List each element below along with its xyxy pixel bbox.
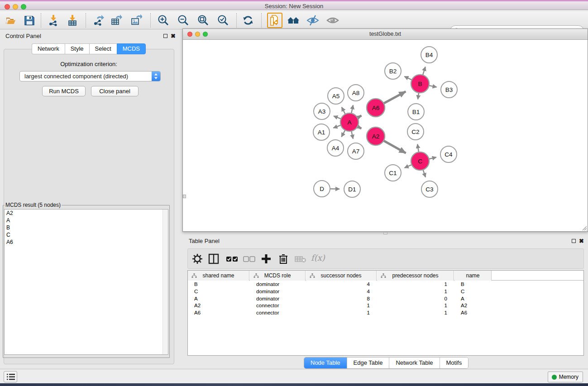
result-item[interactable]: B [5, 224, 168, 231]
refresh-layout-icon[interactable] [242, 14, 254, 26]
graph-node-A8[interactable]: A8 [348, 85, 364, 101]
tab-node-table[interactable]: Node Table [304, 357, 347, 368]
column-header-successor-nodes[interactable]: successor nodes [306, 271, 377, 281]
import-network-icon[interactable] [48, 14, 59, 26]
table-cell[interactable]: A [454, 295, 492, 303]
save-session-icon[interactable] [24, 14, 35, 26]
table-cell[interactable]: dominator [250, 288, 306, 295]
graph-node-A6[interactable]: A6 [367, 99, 385, 117]
column-header-MCDS-role[interactable]: MCDS role [250, 271, 306, 281]
unselect-all-columns-icon[interactable] [243, 253, 254, 265]
run-mcds-button[interactable]: Run MCDS [42, 86, 86, 96]
show-graphics-detail-icon[interactable] [326, 14, 338, 26]
show-columns-icon[interactable] [208, 253, 220, 265]
tab-edge-table[interactable]: Edge Table [347, 357, 390, 368]
table-cell[interactable]: 1 [377, 288, 454, 295]
function-builder-icon[interactable]: f(x) [311, 253, 325, 262]
result-item[interactable]: C [5, 231, 168, 238]
network-canvas[interactable]: B4B2BB3A8A5A6A3B1AA1C2A2A4A7C4CC1DD1C3 [183, 40, 588, 231]
table-row[interactable]: Cdominator41C [188, 288, 583, 295]
graph-node-C[interactable]: C [411, 152, 429, 170]
table-cell[interactable]: B [188, 281, 249, 288]
graph-node-B1[interactable]: B1 [408, 104, 424, 120]
zoom-selected-icon[interactable] [217, 14, 229, 26]
graph-node-C1[interactable]: C1 [385, 165, 401, 181]
table-row[interactable]: A6connector11A6 [188, 310, 583, 317]
table-cell[interactable]: 4 [306, 288, 377, 295]
optimization-criterion-dropdown[interactable]: largest connected component (directed) [19, 71, 161, 81]
table-cell[interactable]: 1 [306, 310, 377, 317]
zoom-in-icon[interactable] [158, 14, 169, 26]
tab-style[interactable]: Style [65, 43, 89, 54]
graph-node-D1[interactable]: D1 [344, 181, 360, 197]
float-panel-icon[interactable] [572, 239, 576, 243]
tab-network[interactable]: Network [32, 43, 65, 54]
graph-node-B4[interactable]: B4 [421, 47, 437, 63]
float-panel-icon[interactable] [163, 34, 167, 38]
table-cell[interactable]: A2 [454, 302, 492, 310]
table-row[interactable]: A2connector11A2 [188, 302, 583, 310]
column-header-name[interactable]: name [454, 271, 492, 281]
task-history-button[interactable] [4, 371, 17, 382]
zoom-fit-icon[interactable] [197, 14, 209, 26]
graph-node-A[interactable]: A [340, 113, 359, 131]
graph-node-A5[interactable]: A5 [328, 88, 344, 104]
tab-motifs[interactable]: Motifs [440, 357, 468, 368]
column-header-predecessor-nodes[interactable]: predecessor nodes [377, 271, 454, 281]
result-item[interactable]: A6 [5, 238, 168, 246]
table-cell[interactable]: 4 [306, 281, 377, 288]
graph-node-A2[interactable]: A2 [367, 127, 385, 145]
export-network-icon[interactable] [93, 14, 105, 26]
column-header-shared-name[interactable]: shared name [188, 271, 249, 281]
table-cell[interactable]: 8 [306, 295, 377, 303]
table-cell[interactable]: C [454, 288, 492, 295]
table-cell[interactable]: connector [250, 302, 306, 310]
table-cell[interactable]: A6 [188, 310, 249, 317]
close-panel-icon[interactable]: ✖ [171, 33, 176, 39]
table-row[interactable]: Bdominator41B [188, 281, 583, 288]
add-column-icon[interactable] [260, 253, 272, 265]
hide-graphics-detail-icon[interactable] [306, 14, 318, 26]
table-row[interactable]: Adominator80A [188, 295, 583, 303]
graph-node-A7[interactable]: A7 [348, 143, 364, 159]
table-cell[interactable]: A6 [454, 310, 492, 317]
close-panel-icon[interactable]: ✖ [579, 238, 584, 244]
delete-column-icon[interactable] [277, 253, 289, 265]
export-table-icon[interactable] [110, 14, 122, 26]
graph-node-B[interactable]: B [411, 75, 429, 93]
table-cell[interactable]: 1 [306, 302, 377, 310]
table-cell[interactable]: connector [250, 310, 306, 317]
resize-grip-icon[interactable] [581, 224, 587, 231]
table-cell[interactable]: A [188, 295, 249, 303]
network-window-titlebar[interactable]: testGlobe.txt [183, 29, 588, 40]
table-cell[interactable]: C [188, 288, 249, 295]
table-cell[interactable]: 1 [377, 310, 454, 317]
table-cell[interactable]: 0 [377, 295, 454, 303]
graph-node-A1[interactable]: A1 [313, 124, 330, 140]
graph-node-A4[interactable]: A4 [327, 140, 344, 156]
export-image-icon[interactable] [130, 14, 142, 26]
import-table-icon[interactable] [67, 14, 78, 26]
result-item[interactable]: A2 [5, 210, 168, 217]
select-all-columns-icon[interactable] [225, 253, 237, 265]
memory-button[interactable]: Memory [548, 372, 583, 382]
column-settings-icon[interactable] [191, 253, 203, 265]
graph-node-C4[interactable]: C4 [440, 146, 457, 162]
tab-mcds[interactable]: MCDS [117, 43, 146, 54]
graph-node-D[interactable]: D [314, 181, 330, 197]
graph-node-C2[interactable]: C2 [407, 124, 424, 140]
table-cell[interactable]: dominator [250, 295, 306, 303]
home-icon[interactable] [287, 14, 299, 26]
table-cell[interactable]: 1 [377, 302, 454, 310]
zoom-out-icon[interactable] [177, 14, 189, 26]
graph-node-B2[interactable]: B2 [385, 63, 401, 79]
close-panel-button[interactable]: Close panel [91, 86, 139, 96]
delete-table-icon[interactable] [294, 253, 306, 265]
table-cell[interactable]: 1 [377, 281, 454, 288]
table-cell[interactable]: dominator [250, 281, 306, 288]
table-cell[interactable]: B [454, 281, 492, 288]
scrollbar-track[interactable] [163, 210, 168, 354]
splitter-handle[interactable] [183, 195, 186, 198]
result-item[interactable]: A [5, 217, 168, 224]
network-file-icon[interactable] [267, 13, 282, 28]
